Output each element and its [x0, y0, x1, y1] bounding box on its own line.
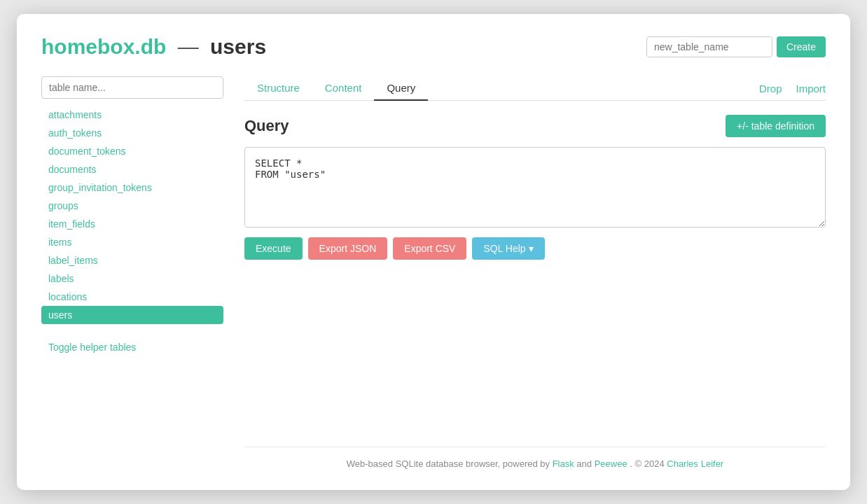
export-json-button[interactable]: Export JSON	[308, 237, 388, 260]
new-table-input[interactable]	[646, 36, 772, 57]
content-area: Structure Content Query Drop Import Quer…	[244, 76, 826, 469]
tabs-row: Structure Content Query Drop Import	[244, 76, 826, 101]
table-definition-button[interactable]: +/- table definition	[726, 115, 826, 137]
tab-query[interactable]: Query	[374, 76, 428, 101]
sidebar: attachments auth_tokens document_tokens …	[41, 76, 223, 469]
sql-help-button[interactable]: SQL Help ▾	[472, 237, 544, 260]
flask-link[interactable]: Flask	[553, 458, 574, 469]
main-window: homebox.db — users Create attachments au…	[17, 14, 850, 490]
sidebar-item-group_invitation_tokens[interactable]: group_invitation_tokens	[41, 178, 223, 197]
export-csv-button[interactable]: Export CSV	[393, 237, 466, 260]
sidebar-item-item_fields[interactable]: item_fields	[41, 215, 223, 233]
sidebar-table-list: attachments auth_tokens document_tokens …	[41, 106, 223, 324]
query-actions: Execute Export JSON Export CSV SQL Help …	[244, 237, 826, 260]
execute-button[interactable]: Execute	[244, 237, 303, 260]
import-action[interactable]: Import	[796, 77, 826, 100]
footer-text-before: Web-based SQLite database browser, power…	[347, 458, 550, 469]
footer-text-after: . © 2024	[630, 458, 664, 469]
header: homebox.db — users Create	[41, 35, 826, 59]
tab-structure[interactable]: Structure	[244, 76, 312, 101]
toggle-helper-tables[interactable]: Toggle helper tables	[41, 338, 223, 356]
sql-textarea[interactable]	[244, 147, 826, 227]
sidebar-item-documents[interactable]: documents	[41, 160, 223, 178]
tab-content[interactable]: Content	[312, 76, 375, 101]
query-section: Query +/- table definition Execute Expor…	[244, 115, 826, 260]
sidebar-item-labels[interactable]: labels	[41, 270, 223, 288]
page-title: homebox.db — users	[41, 35, 266, 59]
footer-text-mid: and	[576, 458, 592, 469]
sidebar-item-users[interactable]: users	[41, 306, 223, 324]
header-actions: Create	[646, 36, 826, 57]
sidebar-item-document_tokens[interactable]: document_tokens	[41, 142, 223, 160]
sidebar-item-locations[interactable]: locations	[41, 288, 223, 306]
tabs-right: Drop Import	[759, 77, 826, 100]
query-header: Query +/- table definition	[244, 115, 826, 137]
sidebar-item-attachments[interactable]: attachments	[41, 106, 223, 124]
sidebar-item-label_items[interactable]: label_items	[41, 251, 223, 270]
sidebar-item-auth_tokens[interactable]: auth_tokens	[41, 124, 223, 142]
sidebar-item-groups[interactable]: groups	[41, 197, 223, 215]
query-title: Query	[244, 117, 289, 135]
main-content: attachments auth_tokens document_tokens …	[41, 76, 826, 469]
sidebar-item-items[interactable]: items	[41, 233, 223, 251]
title-separator: —	[178, 35, 199, 58]
drop-action[interactable]: Drop	[759, 77, 782, 100]
table-search-input[interactable]	[41, 76, 223, 99]
db-name: homebox.db	[41, 35, 166, 58]
create-button[interactable]: Create	[777, 36, 826, 57]
author-link[interactable]: Charles Leifer	[667, 458, 723, 469]
tabs-left: Structure Content Query	[244, 76, 759, 100]
table-name-title: users	[210, 35, 266, 58]
peewee-link[interactable]: Peewee	[595, 458, 627, 469]
footer: Web-based SQLite database browser, power…	[244, 447, 826, 469]
